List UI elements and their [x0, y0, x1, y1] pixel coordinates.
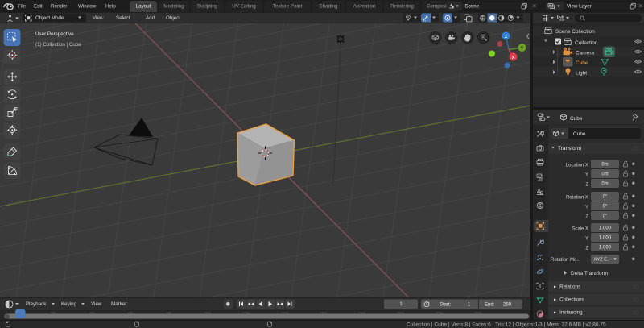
svg-text:Y: Y: [521, 45, 524, 50]
svg-text:X: X: [512, 55, 515, 60]
